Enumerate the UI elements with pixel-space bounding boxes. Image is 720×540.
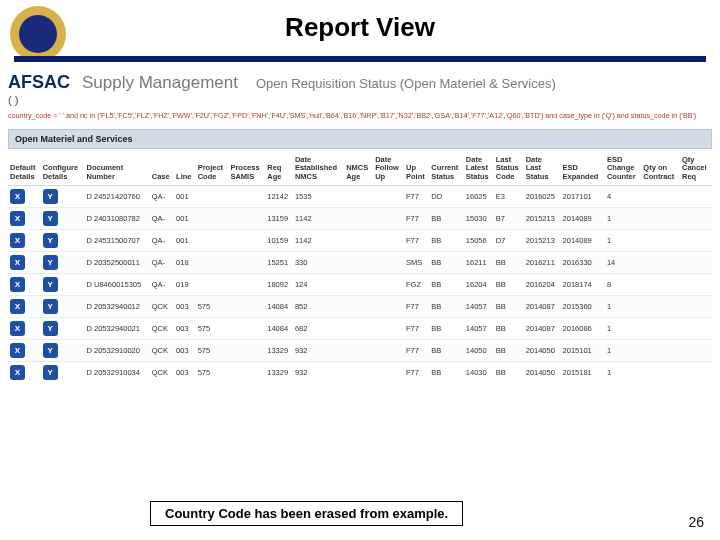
- cell: 2014050: [524, 361, 561, 383]
- column-header: ESDExpanded: [561, 153, 605, 185]
- cell: [641, 361, 680, 383]
- cell: [344, 229, 373, 251]
- default-details-button[interactable]: X: [10, 299, 25, 314]
- cell: [373, 317, 404, 339]
- column-header: DateLastStatus: [524, 153, 561, 185]
- cell: 2014087: [524, 295, 561, 317]
- cell: [344, 317, 373, 339]
- cell: D 20532940021: [85, 317, 150, 339]
- cell: BB: [429, 295, 464, 317]
- cell: [641, 185, 680, 207]
- cell: 2018174: [561, 273, 605, 295]
- cell: D 24521420760: [85, 185, 150, 207]
- cell: QCK: [150, 339, 174, 361]
- cell: [680, 251, 712, 273]
- default-details-button[interactable]: X: [10, 277, 25, 292]
- default-details-button[interactable]: X: [10, 255, 25, 270]
- cell: [373, 361, 404, 383]
- cell: D 24031080782: [85, 207, 150, 229]
- cell: F77: [404, 207, 429, 229]
- table-row: XYD 20532910020QCK00357513329932F77BB140…: [8, 339, 712, 361]
- cell: 15030: [464, 207, 494, 229]
- cell: QA-: [150, 273, 174, 295]
- cell: QA-: [150, 207, 174, 229]
- cell: 575: [196, 339, 229, 361]
- cell: 10159: [265, 229, 293, 251]
- cell: 14084: [265, 317, 293, 339]
- configure-details-button[interactable]: Y: [43, 277, 58, 292]
- cell: [680, 185, 712, 207]
- cell: [373, 207, 404, 229]
- cell: 003: [174, 339, 196, 361]
- cell: [680, 295, 712, 317]
- cell: [680, 207, 712, 229]
- cell: [344, 361, 373, 383]
- cell: 1142: [293, 229, 344, 251]
- cell: 003: [174, 317, 196, 339]
- default-details-button[interactable]: X: [10, 365, 25, 380]
- cell: 932: [293, 361, 344, 383]
- cell: [680, 273, 712, 295]
- configure-details-button[interactable]: Y: [43, 233, 58, 248]
- cell: F77: [404, 361, 429, 383]
- table-row: XYD 20532940012QCK00357514084852F77BB140…: [8, 295, 712, 317]
- cell: FGZ: [404, 273, 429, 295]
- cell: [228, 251, 265, 273]
- default-details-button[interactable]: X: [10, 343, 25, 358]
- configure-details-button[interactable]: Y: [43, 299, 58, 314]
- cell: BB: [494, 361, 524, 383]
- default-details-button[interactable]: X: [10, 211, 25, 226]
- cell: D 20352500011: [85, 251, 150, 273]
- cell: BB: [429, 317, 464, 339]
- cell: 2016204: [524, 273, 561, 295]
- configure-details-button[interactable]: Y: [43, 211, 58, 226]
- configure-details-button[interactable]: Y: [43, 321, 58, 336]
- cell: 1142: [293, 207, 344, 229]
- cell: F77: [404, 339, 429, 361]
- cell: 14050: [464, 339, 494, 361]
- cell: 14057: [464, 295, 494, 317]
- default-details-button[interactable]: X: [10, 189, 25, 204]
- cell: 2016211: [524, 251, 561, 273]
- table-row: XYD 24531500707QA-001101591142F77BB15056…: [8, 229, 712, 251]
- column-header: ProcessSAMIS: [228, 153, 265, 185]
- cell: BB: [429, 207, 464, 229]
- cell: [641, 339, 680, 361]
- cell: [680, 339, 712, 361]
- cell: [228, 207, 265, 229]
- cell: 2014050: [524, 339, 561, 361]
- cell: 14084: [265, 295, 293, 317]
- cell: 932: [293, 339, 344, 361]
- default-details-button[interactable]: X: [10, 321, 25, 336]
- cell: 14: [605, 251, 641, 273]
- column-header: LastStatusCode: [494, 153, 524, 185]
- cell: [228, 317, 265, 339]
- cell: 12142: [265, 185, 293, 207]
- cell: [344, 339, 373, 361]
- page-number: 26: [688, 514, 704, 530]
- configure-details-button[interactable]: Y: [43, 365, 58, 380]
- cell: F77: [404, 229, 429, 251]
- cell: 1: [605, 295, 641, 317]
- configure-details-button[interactable]: Y: [43, 343, 58, 358]
- cell: QCK: [150, 361, 174, 383]
- filter-criteria: country_code = ' ' and ric in ('FL5','FC…: [8, 112, 712, 121]
- cell: B7: [494, 207, 524, 229]
- cell: [228, 295, 265, 317]
- column-header: UpPoint: [404, 153, 429, 185]
- cell: 1: [605, 317, 641, 339]
- cell: 575: [196, 295, 229, 317]
- cell: 001: [174, 229, 196, 251]
- cell: 019: [174, 273, 196, 295]
- table-row: XYD 20352500011QA-01815251330SMSBB16211B…: [8, 251, 712, 273]
- cell: [344, 273, 373, 295]
- default-details-button[interactable]: X: [10, 233, 25, 248]
- configure-details-button[interactable]: Y: [43, 255, 58, 270]
- table-row: XYD 24521420760QA-001121421535F77DD16025…: [8, 185, 712, 207]
- cell: BB: [429, 273, 464, 295]
- cell: F77: [404, 317, 429, 339]
- cell: D 20532940012: [85, 295, 150, 317]
- configure-details-button[interactable]: Y: [43, 189, 58, 204]
- cell: D7: [494, 229, 524, 251]
- cell: BB: [429, 339, 464, 361]
